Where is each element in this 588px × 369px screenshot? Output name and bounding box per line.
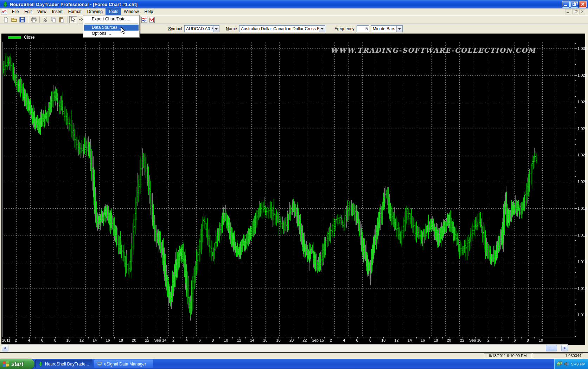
x-axis-tick-label: Sep 15 (312, 338, 324, 342)
start-label: start (11, 361, 24, 367)
x-axis-tick-label: 2 (172, 338, 174, 342)
x-axis-tick-label: 20 (132, 338, 136, 342)
copy-icon[interactable] (50, 16, 57, 23)
menu-view[interactable]: View (34, 8, 49, 15)
frequency-input[interactable] (357, 25, 369, 32)
x-axis-tick-label: 2 (487, 338, 490, 342)
x-axis-tick-label: 18 (276, 338, 281, 342)
y-axis-tick-label: 1.024 (577, 127, 588, 131)
neuroshell-icon (38, 361, 43, 367)
scrollbar-thumb[interactable] (546, 345, 557, 351)
close-button[interactable]: ✕ (579, 1, 587, 8)
x-axis-tick-label: 14 (408, 338, 412, 342)
x-axis-tick-label: 16 (421, 338, 425, 342)
restore-button[interactable] (570, 1, 578, 8)
mdi-minimize-button[interactable] (565, 9, 571, 14)
x-axis-tick-label: 2 (15, 338, 17, 342)
symbol-combobox[interactable]: AUDCAD A0-FX (184, 25, 219, 32)
y-axis-tick-label: 1.028 (577, 73, 588, 77)
y-axis-tick-label: 1.030 (577, 46, 588, 51)
x-axis-tick-label: 20 (447, 338, 451, 342)
x-axis-tick-label: 8 (527, 338, 529, 342)
x-axis-tick-label: 14 (250, 338, 254, 342)
menu-format[interactable]: Format (65, 8, 84, 15)
mdi-restore-button[interactable] (572, 9, 578, 14)
mouse-cursor-icon (120, 27, 127, 34)
x-axis-tick-label: 2 (330, 338, 332, 342)
m-bars-icon[interactable] (148, 16, 155, 23)
network-icon[interactable] (556, 361, 562, 367)
status-bar: 9/13/2011 6:10:00 PM 1.030344 (0, 353, 588, 359)
x-axis-tick-label: 10 (381, 338, 385, 342)
new-document-icon[interactable] (2, 16, 10, 23)
cut-icon[interactable] (41, 16, 49, 23)
y-axis-tick-label: 1.010 (577, 313, 588, 317)
menu-help[interactable]: Help (142, 8, 156, 15)
y-axis-tick-label: 1.020 (577, 180, 588, 184)
x-axis-tick-label: 20 (289, 338, 294, 342)
start-button[interactable]: start (0, 359, 34, 369)
minimize-button[interactable] (562, 1, 570, 8)
name-value: Australian Dollar-Canadian Dollar Cross … (239, 26, 319, 31)
menu-tools[interactable]: Tools (106, 8, 121, 15)
volume-icon[interactable] (564, 361, 569, 367)
price-chart-canvas[interactable] (1, 34, 585, 345)
save-icon[interactable] (18, 16, 26, 23)
x-axis-tick-label: 12 (79, 338, 84, 342)
scroll-right-arrow-icon[interactable]: > (561, 345, 568, 351)
task-label: NeuroShell DayTrade... (45, 362, 89, 367)
menu-item-options[interactable]: Options ... (84, 31, 139, 37)
x-axis-tick-label: 10 (539, 338, 543, 342)
menu-file[interactable]: File (9, 8, 21, 15)
y-axis-tick-label: 1.018 (577, 206, 588, 211)
taskbar: start NeuroShell DayTrade...eSignal Data… (0, 359, 588, 369)
menu-edit[interactable]: Edit (21, 8, 34, 15)
taskbar-task-esignal[interactable]: eSignal Data Manager (94, 360, 153, 368)
chart-document-icon (1, 9, 7, 14)
menu-window[interactable]: Window (121, 8, 142, 15)
scroll-left-arrow-icon[interactable]: < (2, 345, 8, 351)
name-label: Name (226, 26, 237, 31)
x-axis-tick-label: 22 (145, 338, 149, 342)
x-axis-tick-label: 4 (500, 338, 503, 342)
application-window: NeuroShell DayTrader Professional - [For… (0, 0, 588, 369)
paste-icon[interactable] (58, 16, 65, 23)
name-combobox[interactable]: Australian Dollar-Canadian Dollar Cross … (239, 25, 325, 32)
open-folder-icon[interactable] (10, 16, 18, 23)
chart-horizontal-scrollbar[interactable]: < > (1, 344, 568, 352)
pointer-icon[interactable] (69, 16, 77, 23)
esignal-icon (97, 361, 102, 367)
name-dropdown-icon[interactable] (319, 26, 325, 32)
x-axis-tick-label: 16 (106, 338, 110, 342)
x-axis-tick-label: 18 (119, 338, 123, 342)
x-axis-tick-label: 22 (302, 338, 307, 342)
wave-chart-icon[interactable] (140, 16, 148, 23)
menu-item-export-chart-data[interactable]: Export Chart/Data ... (84, 16, 139, 22)
taskbar-task-neuroshell[interactable]: NeuroShell DayTrade... (35, 360, 92, 368)
menu-drawing[interactable]: Drawing (84, 8, 106, 15)
x-axis-tick-label: 12 (394, 338, 398, 342)
menu-item-data-sources[interactable]: Data Sources ... (84, 25, 139, 31)
x-axis-tick-label: 10 (66, 338, 70, 342)
print-icon[interactable] (30, 16, 38, 23)
tools-menu-popup: Export Chart/Data ...Data Sources ...Opt… (83, 15, 140, 38)
x-axis-tick-label: 16 (263, 338, 267, 342)
mdi-window-controls: × (565, 9, 588, 14)
frequency-dropdown-icon[interactable] (396, 26, 402, 32)
menu-bar-items: FileEditViewInsertFormatDrawingToolsWind… (9, 8, 156, 15)
x-axis-tick-label: 6 (199, 338, 201, 342)
x-axis-tick-label: 6 (513, 338, 516, 342)
frequency-label: Frequency (334, 26, 354, 31)
chart-legend: Close (8, 35, 35, 40)
menu-insert[interactable]: Insert (49, 8, 65, 15)
tray-clock[interactable]: 5:49 PM (571, 362, 586, 366)
frequency-unit-combobox[interactable]: Minute Bars (371, 25, 403, 32)
mdi-close-button[interactable]: × (579, 9, 585, 14)
symbol-dropdown-icon[interactable] (213, 26, 219, 32)
x-axis-tick-label: 8 (369, 338, 371, 342)
x-axis-tick-label: 6 (356, 338, 358, 342)
symbol-label: Symbol (168, 26, 182, 31)
x-axis-tick-label: 12 (237, 338, 241, 342)
x-axis-tick-label: 22 (460, 338, 464, 342)
title-bar: NeuroShell DayTrader Professional - [For… (0, 0, 588, 8)
